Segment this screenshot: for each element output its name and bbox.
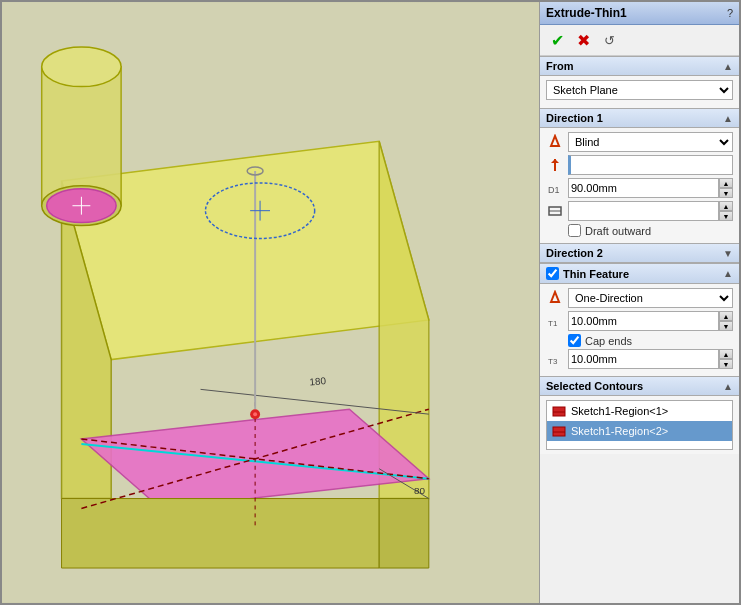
direction1-section-content: Blind Through All Up To Vertex Up To Sur… (540, 128, 739, 243)
t1-down-button[interactable]: ▼ (719, 321, 733, 331)
draft-outward-row: Draft outward (568, 224, 733, 237)
thin-feature-section-title: Thin Feature (563, 268, 629, 280)
cap-ends-checkbox[interactable] (568, 334, 581, 347)
from-section-header[interactable]: From ▲ (540, 56, 739, 76)
t1-value-input[interactable]: 10.00mm (568, 311, 719, 331)
direction2-section-title: Direction 2 (546, 247, 603, 259)
svg-marker-9 (379, 499, 429, 568)
t3-spinner-wrap: 10.00mm ▲ ▼ (568, 349, 733, 369)
svg-marker-30 (551, 136, 559, 146)
svg-point-20 (42, 47, 121, 87)
thin-t1-row: T1 10.00mm ▲ ▼ (546, 311, 733, 331)
contour-label-2: Sketch1-Region<2> (571, 425, 668, 437)
t3-spinner: ▲ ▼ (719, 349, 733, 369)
svg-rect-19 (42, 67, 121, 206)
second-value-input[interactable] (568, 201, 719, 221)
panel-title: Extrude-Thin1 (546, 6, 627, 20)
depth-spinner: ▲ ▼ (719, 178, 733, 198)
from-chevron-icon: ▲ (723, 61, 733, 72)
panel-toolbar: ✔ ✖ ↺ (540, 25, 739, 56)
contour-list: Sketch1-Region<1> Sketch1-Region<2> (546, 400, 733, 450)
depth-spinner-wrap: 90.00mm ▲ ▼ (568, 178, 733, 198)
svg-text:D1: D1 (548, 185, 560, 195)
from-type-row: Sketch Plane Surface/Face/Plane Vertex O… (546, 80, 733, 100)
t1-up-button[interactable]: ▲ (719, 311, 733, 321)
svg-text:80: 80 (414, 485, 426, 496)
dir1-second-row: ▲ ▼ (546, 201, 733, 221)
panel-titlebar: Extrude-Thin1 ? (540, 2, 739, 25)
depth-down-button[interactable]: ▼ (719, 188, 733, 198)
direction1-chevron-icon: ▲ (723, 113, 733, 124)
second-spinner-wrap: ▲ ▼ (568, 201, 733, 221)
contour-item-1[interactable]: Sketch1-Region<1> (547, 401, 732, 421)
direction1-type-select[interactable]: Blind Through All Up To Vertex Up To Sur… (568, 132, 733, 152)
reset-button[interactable]: ↺ (598, 29, 620, 51)
cancel-button[interactable]: ✖ (572, 29, 594, 51)
svg-text:T3: T3 (548, 357, 558, 366)
cap-ends-row: Cap ends (568, 334, 733, 347)
svg-marker-37 (551, 292, 559, 302)
t3-up-button[interactable]: ▲ (719, 349, 733, 359)
t1-spinner: ▲ ▼ (719, 311, 733, 331)
draft-outward-checkbox[interactable] (568, 224, 581, 237)
svg-text:180: 180 (309, 375, 327, 387)
thin-type-select[interactable]: One-Direction Mid-Plane Two-Direction (568, 288, 733, 308)
help-button[interactable]: ? (727, 7, 733, 19)
selected-contours-content: Sketch1-Region<1> Sketch1-Region<2> (540, 396, 739, 454)
direction2-chevron-icon: ▼ (723, 248, 733, 259)
thin-feature-section-header[interactable]: Thin Feature ▲ (540, 263, 739, 284)
from-section-title: From (546, 60, 574, 72)
3d-viewport[interactable]: 180 80 (2, 2, 539, 603)
dir1-type-row: Blind Through All Up To Vertex Up To Sur… (546, 132, 733, 152)
dir1-depth-row: D1 90.00mm ▲ ▼ (546, 178, 733, 198)
svg-text:T1: T1 (548, 319, 558, 328)
second-spinner: ▲ ▼ (719, 201, 733, 221)
thin-feature-checkbox[interactable] (546, 267, 559, 280)
from-section-content: Sketch Plane Surface/Face/Plane Vertex O… (540, 76, 739, 108)
t1-spinner-wrap: 10.00mm ▲ ▼ (568, 311, 733, 331)
contour-icon-1 (551, 403, 567, 419)
contour-icon-2 (551, 423, 567, 439)
depth-value-input[interactable]: 90.00mm (568, 178, 719, 198)
dir1-depth-icon: D1 (546, 179, 564, 197)
draft-outward-label: Draft outward (585, 225, 651, 237)
direction1-section-title: Direction 1 (546, 112, 603, 124)
dir1-arrow-icon (546, 156, 564, 174)
selected-contours-chevron-icon: ▲ (723, 381, 733, 392)
selected-contours-section-header[interactable]: Selected Contours ▲ (540, 376, 739, 396)
second-up-button[interactable]: ▲ (719, 201, 733, 211)
contour-label-1: Sketch1-Region<1> (571, 405, 668, 417)
dir1-direction-row (546, 155, 733, 175)
thin-t3-icon: T3 (546, 350, 564, 368)
t3-value-input[interactable]: 10.00mm (568, 349, 719, 369)
thin-t1-icon: T1 (546, 312, 564, 330)
thin-type-row: One-Direction Mid-Plane Two-Direction (546, 288, 733, 308)
svg-point-29 (253, 412, 257, 416)
dir1-type-icon (546, 133, 564, 151)
thin-type-icon (546, 289, 564, 307)
thin-feature-chevron-icon: ▲ (723, 268, 733, 279)
direction2-section-header[interactable]: Direction 2 ▼ (540, 243, 739, 263)
from-type-select[interactable]: Sketch Plane Surface/Face/Plane Vertex O… (546, 80, 733, 100)
direction1-input[interactable] (568, 155, 733, 175)
thin-feature-section-content: One-Direction Mid-Plane Two-Direction T1… (540, 284, 739, 376)
svg-marker-8 (62, 499, 380, 568)
t3-down-button[interactable]: ▼ (719, 359, 733, 369)
right-panel: Extrude-Thin1 ? ✔ ✖ ↺ From ▲ Sketch Plan… (539, 2, 739, 603)
dir1-second-icon (546, 202, 564, 220)
thin-t3-row: T3 10.00mm ▲ ▼ (546, 349, 733, 369)
selected-contours-title: Selected Contours (546, 380, 643, 392)
ok-button[interactable]: ✔ (546, 29, 568, 51)
second-down-button[interactable]: ▼ (719, 211, 733, 221)
svg-marker-33 (551, 159, 559, 163)
cap-ends-label: Cap ends (585, 335, 632, 347)
direction1-section-header[interactable]: Direction 1 ▲ (540, 108, 739, 128)
depth-up-button[interactable]: ▲ (719, 178, 733, 188)
contour-item-2[interactable]: Sketch1-Region<2> (547, 421, 732, 441)
